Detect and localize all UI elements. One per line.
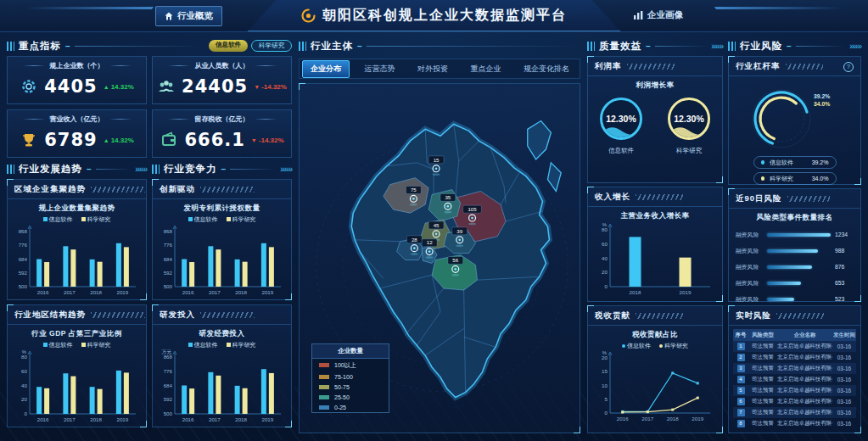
- indicator-delta: ▲14.32%: [104, 137, 134, 144]
- filter-pill[interactable]: 信息软件: [209, 40, 248, 52]
- chart-title: 利润增长率: [588, 81, 722, 91]
- table-row[interactable]: 2司法预警北京启迪卓越科技有限公司03-16: [733, 352, 856, 363]
- svg-text:500: 500: [164, 283, 173, 289]
- hatch-deco: [787, 196, 830, 202]
- leverage-legend-item: 信息软件39.2%: [753, 156, 837, 169]
- indicator-label: 从业人员数（人）: [153, 61, 291, 70]
- svg-text:2016: 2016: [182, 416, 194, 422]
- svg-text:15: 15: [602, 368, 608, 374]
- gauge-label: 信息软件: [608, 147, 634, 155]
- svg-text:60: 60: [602, 241, 608, 247]
- svg-text:%: %: [602, 350, 607, 355]
- svg-text:2019: 2019: [116, 416, 128, 422]
- section-dash: –: [65, 42, 70, 51]
- arrow-down-icon: ▼: [251, 137, 257, 143]
- table-header: 序号风险类型企业名称发生时间: [733, 329, 856, 341]
- profit-gauges: 12.30%信息软件12.30%科学研究: [588, 94, 722, 155]
- table-row[interactable]: 7司法预警北京启迪卓越科技有限公司03-16: [733, 407, 856, 418]
- hatch-deco: [786, 64, 823, 70]
- svg-text:2019: 2019: [261, 416, 273, 422]
- section-line: [75, 46, 201, 47]
- more-arrow-icon[interactable]: »»»: [280, 165, 292, 174]
- panel-region-structure: 行业地区结构趋势 行业 GDP 占第三产业比例 信息软件科学研究 0204060…: [7, 304, 147, 427]
- risk-rank-row: 融资风险653: [736, 275, 854, 291]
- tab-运营态势[interactable]: 运营态势: [357, 61, 403, 77]
- panel-leverage: 行业杠杆率 ? 39.2%34.0% 信息软件39.2%科学研究34.0%: [728, 56, 861, 185]
- panel-profit-rate: 利润率 利润增长率 12.30%信息软件12.30%科学研究: [587, 56, 723, 183]
- panel-title: 利润率: [595, 61, 622, 72]
- map-legend-title: 企业数量: [312, 344, 389, 359]
- svg-text:2019: 2019: [692, 416, 703, 421]
- hatch-deco: [91, 312, 145, 318]
- legend-item: 科学研究: [227, 215, 256, 224]
- indicator-value: 4405: [44, 76, 97, 97]
- section-trend: 行业发展趋势 – »»»: [7, 162, 147, 176]
- legend-item: 信息软件: [188, 215, 218, 224]
- svg-text:2019: 2019: [261, 289, 273, 295]
- svg-text:万元: 万元: [161, 349, 171, 354]
- svg-text:0: 0: [605, 283, 608, 289]
- panel-title: 行业地区结构趋势: [14, 310, 86, 321]
- key-indicator-card: 营业收入（亿元）6789▲14.32%: [7, 109, 147, 158]
- svg-text:500: 500: [19, 283, 28, 289]
- chart-title: 规上企业数量集聚趋势: [8, 204, 146, 214]
- svg-text:105: 105: [468, 206, 477, 212]
- table-row[interactable]: 6司法预警北京启迪卓越科技有限公司03-16: [733, 396, 856, 407]
- svg-text:2016: 2016: [37, 416, 49, 422]
- line-chart: 05101520%2016201720182019: [588, 349, 715, 424]
- help-icon[interactable]: ?: [843, 62, 854, 72]
- tab-重点企业[interactable]: 重点企业: [463, 61, 509, 77]
- svg-text:40: 40: [21, 382, 27, 388]
- arrow-up-icon: ▲: [104, 137, 109, 143]
- section-title: 行业竞争力: [164, 163, 217, 176]
- legend-item: 科学研究: [81, 215, 111, 224]
- filter-pill[interactable]: 科学研究: [251, 40, 292, 52]
- section-bars-icon: [728, 42, 736, 51]
- chart-legend: 信息软件科学研究: [8, 342, 146, 349]
- tab-对外投资[interactable]: 对外投资: [410, 61, 456, 77]
- panel-title: 行业杠杆率: [736, 61, 781, 72]
- svg-text:2018: 2018: [630, 289, 641, 295]
- hatch-deco: [636, 194, 683, 200]
- chart-legend: 信息软件科学研究: [588, 343, 722, 349]
- home-icon: [165, 12, 173, 20]
- table-row[interactable]: 8司法预警北京启迪卓越科技有限公司03-16: [733, 418, 856, 429]
- panel-risk-90d: 近90日风险 风险类型事件数量排名 融资风险1234融资风险988融资风险876…: [728, 188, 861, 302]
- indicator-label: 留存税收（亿元）: [153, 114, 291, 124]
- section-bars-icon: [299, 42, 306, 51]
- panel-region-agglomeration: 区域企业集聚趋势 规上企业数量集聚趋势 信息软件科学研究 50059268477…: [7, 179, 147, 300]
- table-row[interactable]: 5司法预警北京启迪卓越科技有限公司03-16: [733, 385, 856, 396]
- key-indicator-card: 留存税收（亿元）666.1▼-14.32%: [152, 109, 292, 158]
- table-row[interactable]: 3司法预警北京启迪卓越科技有限公司03-16: [733, 363, 856, 374]
- title-banner: 朝阳区科创规上企业大数据监测平台: [248, 0, 621, 31]
- indicator-value-row: 24405▼-14.32%: [153, 76, 291, 97]
- nav-enterprise-profile[interactable]: 企业画像: [625, 6, 692, 25]
- table-row[interactable]: 4司法预警北京启迪卓越科技有限公司03-16: [733, 374, 856, 385]
- svg-text:12.30%: 12.30%: [674, 114, 704, 124]
- svg-text:40: 40: [602, 255, 608, 261]
- platform-logo-icon: [301, 8, 316, 23]
- section-dash: –: [221, 165, 227, 174]
- more-arrow-icon[interactable]: »»»: [849, 42, 861, 51]
- section-title: 行业主体: [311, 40, 353, 53]
- indicator-value-row: 6789▲14.32%: [8, 130, 146, 150]
- more-arrow-icon[interactable]: »»»: [711, 42, 723, 51]
- indicator-label: 规上企业数（个）: [8, 61, 146, 70]
- section-title: 行业风险: [740, 40, 782, 53]
- legend-item: 科学研究: [227, 341, 256, 349]
- industry-body-tabs: 企业分布运营态势对外投资重点企业规企变化排名: [299, 59, 580, 79]
- nav-industry-overview[interactable]: 行业概览: [155, 6, 222, 26]
- svg-text:0: 0: [605, 410, 608, 416]
- table-row[interactable]: 1司法预警北京启迪卓越科技有限公司03-16: [733, 341, 856, 352]
- risk-rank-row: 融资风险1234: [736, 226, 854, 243]
- svg-text:20: 20: [602, 269, 608, 275]
- svg-text:2016: 2016: [182, 289, 194, 295]
- key-indicator-cards: 规上企业数（个）4405▲14.32%从业人员数（人）24405▼-14.32%…: [7, 56, 292, 158]
- tab-企业分布[interactable]: 企业分布: [302, 60, 350, 78]
- tab-规企变化排名[interactable]: 规企变化排名: [516, 61, 577, 77]
- deco-beam-right: [714, 7, 843, 9]
- section-dash: –: [87, 165, 92, 174]
- section-bars-icon: [7, 42, 14, 51]
- more-arrow-icon[interactable]: »»»: [135, 165, 147, 174]
- legend-item: 信息软件: [43, 215, 73, 224]
